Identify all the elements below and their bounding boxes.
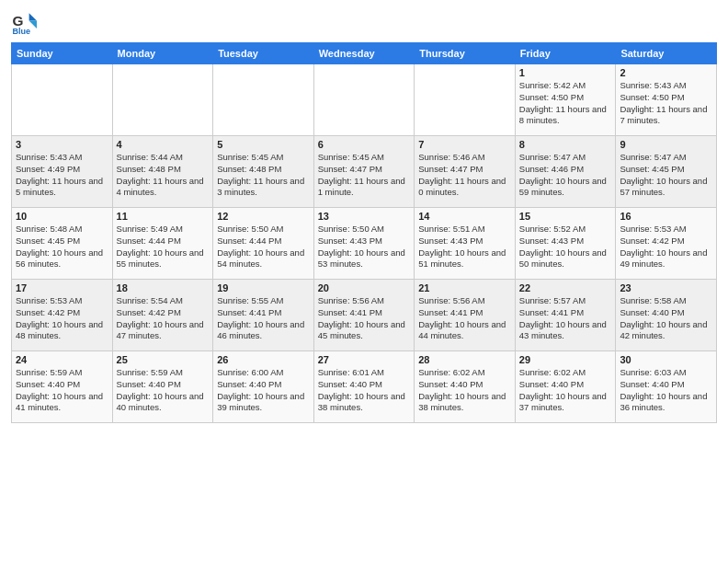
- logo-icon: G Blue: [11, 9, 37, 35]
- logo: G Blue: [11, 9, 39, 35]
- day-info: Sunrise: 6:02 AM Sunset: 4:40 PM Dayligh…: [519, 367, 612, 414]
- calendar-week-row: 3Sunrise: 5:43 AM Sunset: 4:49 PM Daylig…: [12, 136, 717, 208]
- day-number: 12: [217, 211, 310, 222]
- day-number: 6: [318, 139, 411, 150]
- day-number: 11: [117, 211, 210, 222]
- calendar-week-row: 24Sunrise: 5:59 AM Sunset: 4:40 PM Dayli…: [12, 351, 717, 423]
- page: G Blue SundayMondayTuesdayWednesdayThurs…: [0, 0, 728, 563]
- calendar-cell: 22Sunrise: 5:57 AM Sunset: 4:41 PM Dayli…: [515, 280, 616, 351]
- day-info: Sunrise: 5:50 AM Sunset: 4:44 PM Dayligh…: [217, 224, 310, 270]
- day-number: 5: [217, 139, 310, 150]
- calendar-cell: [415, 64, 516, 136]
- day-info: Sunrise: 5:50 AM Sunset: 4:43 PM Dayligh…: [318, 224, 411, 270]
- calendar-cell: 18Sunrise: 5:54 AM Sunset: 4:42 PM Dayli…: [112, 280, 213, 351]
- weekday-header: Wednesday: [313, 43, 415, 64]
- header-row: SundayMondayTuesdayWednesdayThursdayFrid…: [12, 43, 717, 64]
- svg-text:Blue: Blue: [12, 27, 30, 35]
- day-number: 10: [16, 211, 108, 222]
- calendar-cell: 24Sunrise: 5:59 AM Sunset: 4:40 PM Dayli…: [12, 351, 113, 423]
- weekday-header: Sunday: [12, 43, 113, 64]
- weekday-header: Monday: [112, 43, 213, 64]
- calendar-week-row: 1Sunrise: 5:42 AM Sunset: 4:50 PM Daylig…: [12, 64, 717, 136]
- day-info: Sunrise: 5:53 AM Sunset: 4:42 PM Dayligh…: [16, 295, 108, 342]
- calendar-cell: [213, 64, 314, 136]
- calendar-cell: 1Sunrise: 5:42 AM Sunset: 4:50 PM Daylig…: [515, 64, 616, 136]
- calendar-cell: 9Sunrise: 5:47 AM Sunset: 4:45 PM Daylig…: [616, 136, 717, 208]
- day-number: 17: [16, 282, 108, 293]
- calendar-cell: 6Sunrise: 5:45 AM Sunset: 4:47 PM Daylig…: [313, 136, 415, 208]
- day-info: Sunrise: 5:48 AM Sunset: 4:45 PM Dayligh…: [16, 224, 108, 270]
- calendar-cell: 21Sunrise: 5:56 AM Sunset: 4:41 PM Dayli…: [415, 280, 516, 351]
- day-number: 8: [519, 139, 612, 150]
- day-number: 24: [16, 354, 108, 365]
- calendar-header: SundayMondayTuesdayWednesdayThursdayFrid…: [12, 43, 717, 64]
- day-info: Sunrise: 5:56 AM Sunset: 4:41 PM Dayligh…: [418, 295, 511, 342]
- weekday-header: Saturday: [616, 43, 717, 64]
- calendar-week-row: 17Sunrise: 5:53 AM Sunset: 4:42 PM Dayli…: [12, 280, 717, 351]
- day-info: Sunrise: 5:51 AM Sunset: 4:43 PM Dayligh…: [418, 224, 511, 270]
- day-info: Sunrise: 5:45 AM Sunset: 4:47 PM Dayligh…: [318, 152, 411, 199]
- calendar-cell: 4Sunrise: 5:44 AM Sunset: 4:48 PM Daylig…: [112, 136, 213, 208]
- weekday-header: Thursday: [415, 43, 516, 64]
- day-info: Sunrise: 5:56 AM Sunset: 4:41 PM Dayligh…: [318, 295, 411, 342]
- calendar-week-row: 10Sunrise: 5:48 AM Sunset: 4:45 PM Dayli…: [12, 208, 717, 280]
- calendar-body: 1Sunrise: 5:42 AM Sunset: 4:50 PM Daylig…: [12, 64, 717, 423]
- day-info: Sunrise: 5:47 AM Sunset: 4:45 PM Dayligh…: [620, 152, 712, 199]
- calendar-cell: 15Sunrise: 5:52 AM Sunset: 4:43 PM Dayli…: [515, 208, 616, 280]
- calendar-cell: 23Sunrise: 5:58 AM Sunset: 4:40 PM Dayli…: [616, 280, 717, 351]
- calendar-cell: 7Sunrise: 5:46 AM Sunset: 4:47 PM Daylig…: [415, 136, 516, 208]
- day-number: 22: [519, 282, 612, 293]
- calendar-cell: 26Sunrise: 6:00 AM Sunset: 4:40 PM Dayli…: [213, 351, 314, 423]
- day-info: Sunrise: 6:00 AM Sunset: 4:40 PM Dayligh…: [217, 367, 310, 414]
- day-number: 2: [620, 67, 712, 78]
- calendar-cell: 27Sunrise: 6:01 AM Sunset: 4:40 PM Dayli…: [313, 351, 415, 423]
- day-number: 1: [519, 67, 612, 78]
- day-info: Sunrise: 5:57 AM Sunset: 4:41 PM Dayligh…: [519, 295, 612, 342]
- calendar-cell: 2Sunrise: 5:43 AM Sunset: 4:50 PM Daylig…: [616, 64, 717, 136]
- calendar-cell: 12Sunrise: 5:50 AM Sunset: 4:44 PM Dayli…: [213, 208, 314, 280]
- day-number: 18: [117, 282, 210, 293]
- day-info: Sunrise: 5:42 AM Sunset: 4:50 PM Dayligh…: [519, 80, 612, 127]
- day-number: 13: [318, 211, 411, 222]
- calendar-cell: 11Sunrise: 5:49 AM Sunset: 4:44 PM Dayli…: [112, 208, 213, 280]
- day-number: 3: [16, 139, 108, 150]
- calendar-cell: 29Sunrise: 6:02 AM Sunset: 4:40 PM Dayli…: [515, 351, 616, 423]
- day-info: Sunrise: 5:52 AM Sunset: 4:43 PM Dayligh…: [519, 224, 612, 270]
- day-number: 16: [620, 211, 712, 222]
- day-info: Sunrise: 5:55 AM Sunset: 4:41 PM Dayligh…: [217, 295, 310, 342]
- day-info: Sunrise: 5:59 AM Sunset: 4:40 PM Dayligh…: [117, 367, 210, 414]
- calendar-table: SundayMondayTuesdayWednesdayThursdayFrid…: [11, 42, 717, 423]
- day-number: 14: [418, 211, 511, 222]
- calendar-cell: 25Sunrise: 5:59 AM Sunset: 4:40 PM Dayli…: [112, 351, 213, 423]
- calendar-cell: 28Sunrise: 6:02 AM Sunset: 4:40 PM Dayli…: [415, 351, 516, 423]
- day-info: Sunrise: 5:59 AM Sunset: 4:40 PM Dayligh…: [16, 367, 108, 414]
- day-number: 25: [117, 354, 210, 365]
- day-info: Sunrise: 5:58 AM Sunset: 4:40 PM Dayligh…: [620, 295, 712, 342]
- day-number: 20: [318, 282, 411, 293]
- calendar-cell: 30Sunrise: 6:03 AM Sunset: 4:40 PM Dayli…: [616, 351, 717, 423]
- day-number: 19: [217, 282, 310, 293]
- calendar-cell: 19Sunrise: 5:55 AM Sunset: 4:41 PM Dayli…: [213, 280, 314, 351]
- day-info: Sunrise: 5:44 AM Sunset: 4:48 PM Dayligh…: [117, 152, 210, 199]
- day-info: Sunrise: 6:03 AM Sunset: 4:40 PM Dayligh…: [620, 367, 712, 414]
- day-number: 4: [117, 139, 210, 150]
- weekday-header: Tuesday: [213, 43, 314, 64]
- calendar-cell: [112, 64, 213, 136]
- day-number: 23: [620, 282, 712, 293]
- calendar-cell: 13Sunrise: 5:50 AM Sunset: 4:43 PM Dayli…: [313, 208, 415, 280]
- day-number: 9: [620, 139, 712, 150]
- calendar-cell: 10Sunrise: 5:48 AM Sunset: 4:45 PM Dayli…: [12, 208, 113, 280]
- day-number: 28: [418, 354, 511, 365]
- day-number: 27: [318, 354, 411, 365]
- day-info: Sunrise: 5:47 AM Sunset: 4:46 PM Dayligh…: [519, 152, 612, 199]
- day-number: 7: [418, 139, 511, 150]
- day-info: Sunrise: 5:54 AM Sunset: 4:42 PM Dayligh…: [117, 295, 210, 342]
- calendar-cell: 8Sunrise: 5:47 AM Sunset: 4:46 PM Daylig…: [515, 136, 616, 208]
- day-info: Sunrise: 5:53 AM Sunset: 4:42 PM Dayligh…: [620, 224, 712, 270]
- day-info: Sunrise: 5:49 AM Sunset: 4:44 PM Dayligh…: [117, 224, 210, 270]
- day-number: 21: [418, 282, 511, 293]
- day-info: Sunrise: 5:43 AM Sunset: 4:50 PM Dayligh…: [620, 80, 712, 127]
- day-number: 29: [519, 354, 612, 365]
- calendar-cell: [313, 64, 415, 136]
- day-info: Sunrise: 5:45 AM Sunset: 4:48 PM Dayligh…: [217, 152, 310, 199]
